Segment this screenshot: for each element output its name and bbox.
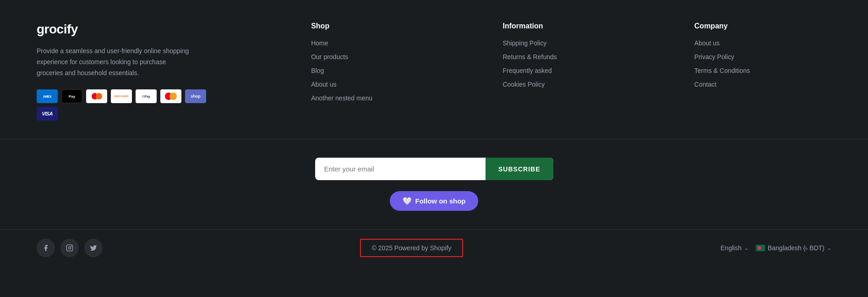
subscribe-button[interactable]: SUBSCRIBE — [486, 158, 553, 180]
shop-link-nested[interactable]: Another nested menu — [311, 94, 393, 102]
information-column: Information Shipping Policy Returns & Re… — [502, 22, 585, 121]
footer-brand: grocify Provide a seamless and user-frie… — [37, 22, 229, 121]
mastercard-icon — [160, 89, 181, 103]
footer-nav: Shop Home Our products Blog About us Ano… — [229, 22, 831, 121]
info-link-shipping[interactable]: Shipping Policy — [502, 39, 585, 47]
company-column: Company About us Privacy Policy Terms & … — [694, 22, 777, 121]
payment-icons: AMEX Pay DISCOVER GPay — [37, 89, 229, 121]
facebook-icon[interactable] — [37, 239, 55, 257]
company-link-about[interactable]: About us — [694, 39, 777, 47]
currency-selector[interactable]: Bangladesh (৳ BDT) ⌄ — [756, 244, 831, 252]
language-label: English — [721, 244, 742, 252]
brand-name: grocify — [37, 22, 78, 37]
email-input[interactable] — [315, 158, 486, 180]
svg-point-1 — [68, 247, 71, 249]
shoppay-icon: shop — [185, 89, 206, 103]
follow-on-shop-button[interactable]: 🤍 Follow on shop — [390, 191, 479, 211]
discover-icon: DISCOVER — [111, 89, 132, 103]
footer-middle: SUBSCRIBE 🤍 Follow on shop — [0, 139, 868, 230]
brand-description: Provide a seamless and user-friendly onl… — [37, 46, 192, 78]
language-selector[interactable]: English ⌄ — [721, 244, 748, 252]
shop-column-title: Shop — [311, 22, 393, 30]
company-column-title: Company — [694, 22, 777, 30]
company-link-privacy[interactable]: Privacy Policy — [694, 53, 777, 60]
currency-chevron-icon: ⌄ — [827, 245, 831, 251]
footer-bottom: © 2025 Powered by Shopify English ⌄ Bang… — [0, 230, 868, 266]
googlepay-icon: GPay — [136, 89, 157, 103]
shop-link-blog[interactable]: Blog — [311, 67, 393, 74]
currency-label: Bangladesh (৳ BDT) — [768, 244, 824, 252]
language-chevron-icon: ⌄ — [744, 245, 748, 251]
shop-link-about[interactable]: About us — [311, 81, 393, 88]
information-column-title: Information — [502, 22, 585, 30]
twitter-icon[interactable] — [84, 239, 103, 257]
info-link-faq[interactable]: Frequently asked — [502, 67, 585, 74]
shop-column: Shop Home Our products Blog About us Ano… — [311, 22, 393, 121]
company-link-contact[interactable]: Contact — [694, 81, 777, 88]
locale-selectors: English ⌄ Bangladesh (৳ BDT) ⌄ — [721, 244, 831, 252]
footer-top: grocify Provide a seamless and user-frie… — [0, 0, 868, 139]
applepay-icon: Pay — [61, 89, 82, 103]
brand-logo: grocify — [37, 22, 229, 37]
company-link-terms[interactable]: Terms & Conditions — [694, 67, 777, 74]
shop-link-products[interactable]: Our products — [311, 53, 393, 60]
diners-icon — [86, 89, 107, 103]
info-link-cookies[interactable]: Cookies Policy — [502, 81, 585, 88]
follow-shop-label: Follow on shop — [415, 197, 466, 205]
email-subscribe-form: SUBSCRIBE — [315, 158, 553, 180]
amex-icon: AMEX — [37, 89, 58, 103]
svg-rect-0 — [66, 245, 72, 251]
heart-icon: 🤍 — [403, 197, 412, 205]
svg-point-2 — [71, 246, 71, 247]
visa-icon: VISA — [37, 107, 58, 121]
instagram-icon[interactable] — [60, 239, 79, 257]
shop-link-home[interactable]: Home — [311, 39, 393, 47]
copyright-text: © 2025 Powered by Shopify — [360, 239, 464, 257]
info-link-returns[interactable]: Returns & Refunds — [502, 53, 585, 60]
social-icons — [37, 239, 103, 257]
bangladesh-flag-icon — [756, 245, 765, 251]
